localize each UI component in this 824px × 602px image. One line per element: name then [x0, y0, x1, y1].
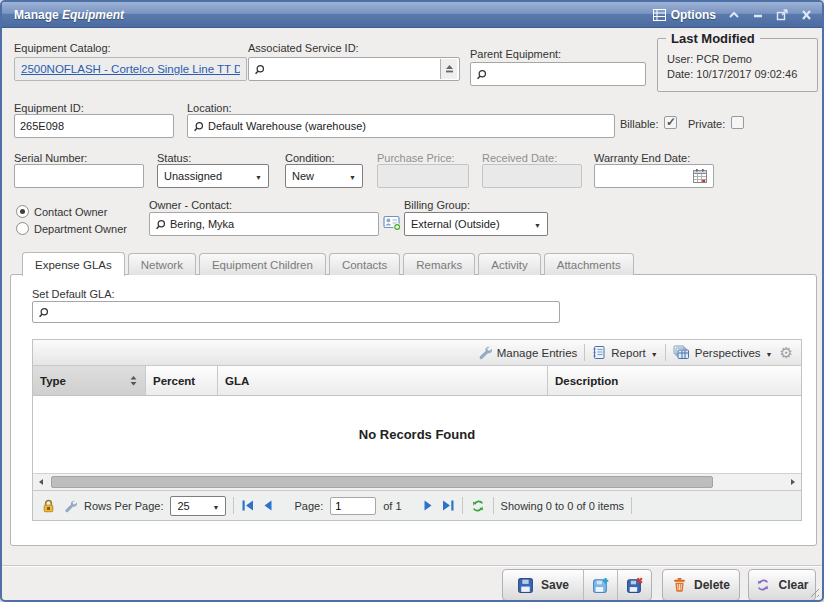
- toolbar-separator: [584, 344, 585, 361]
- save-button[interactable]: Save: [503, 570, 583, 600]
- window-title-emphasis: Equipment: [62, 8, 124, 22]
- equipment-id-input[interactable]: [20, 120, 168, 132]
- previous-page-icon[interactable]: [262, 499, 273, 512]
- equipment-id-label: Equipment ID:: [14, 102, 84, 114]
- condition-value: New: [292, 170, 314, 182]
- tab-attachments[interactable]: Attachments: [544, 253, 634, 275]
- serial-number-input[interactable]: [20, 170, 138, 182]
- title-bar: Manage Equipment Options: [2, 2, 822, 28]
- pager-separator: [462, 497, 463, 514]
- tab-expense-glas[interactable]: Expense GLAs: [22, 252, 125, 276]
- associated-service-id-input[interactable]: [269, 63, 436, 75]
- close-icon[interactable]: [801, 10, 812, 20]
- parent-equipment-input[interactable]: [491, 68, 640, 80]
- pager-separator: [493, 497, 494, 514]
- billable-checkbox[interactable]: [664, 116, 677, 129]
- status-select[interactable]: Unassigned: [157, 164, 269, 188]
- chevron-down-icon: [651, 347, 658, 359]
- equipment-id-field: [14, 114, 174, 138]
- tab-activity[interactable]: Activity: [478, 253, 540, 275]
- column-header-description[interactable]: Description: [548, 366, 801, 395]
- rows-per-page-select[interactable]: 25: [170, 496, 226, 516]
- page-input[interactable]: [330, 497, 376, 515]
- private-checkbox[interactable]: [731, 116, 744, 129]
- floppy-icon: [517, 577, 534, 594]
- associated-service-id-label: Associated Service ID:: [248, 42, 359, 54]
- associated-service-id-field: [248, 57, 460, 81]
- equipment-catalog-label: Equipment Catalog:: [14, 42, 111, 54]
- received-date-label: Received Date:: [482, 152, 557, 164]
- column-header-type[interactable]: Type: [33, 366, 146, 395]
- delete-button[interactable]: Delete: [662, 569, 740, 601]
- pager-separator: [233, 497, 234, 514]
- clear-arrows-icon: [755, 578, 771, 592]
- perspectives-icon: [673, 345, 690, 360]
- search-icon: [193, 121, 204, 132]
- floppy-x-icon: [626, 577, 643, 594]
- chevron-down-icon: [766, 347, 773, 359]
- report-button[interactable]: Report: [592, 345, 657, 360]
- private-label: Private:: [688, 118, 725, 130]
- pager-separator: [631, 497, 632, 514]
- last-modified-date: Date: 10/17/2017 09:02:46: [667, 68, 817, 80]
- page-of-label: of 1: [383, 500, 401, 512]
- chevron-down-icon: [213, 500, 220, 512]
- settings-gear-icon[interactable]: ⚙: [780, 345, 793, 360]
- scrollbar-thumb[interactable]: [51, 476, 713, 488]
- warranty-end-date-input[interactable]: [600, 170, 688, 182]
- location-input[interactable]: [208, 120, 609, 132]
- floppy-plus-icon: [592, 577, 609, 594]
- set-default-gla-input[interactable]: [53, 306, 554, 318]
- manage-entries-button[interactable]: Manage Entries: [477, 345, 578, 360]
- sort-icon[interactable]: [129, 375, 138, 387]
- collapse-icon[interactable]: [728, 10, 740, 20]
- billing-group-label: Billing Group:: [404, 199, 470, 211]
- scroll-left-icon[interactable]: [33, 474, 49, 490]
- calendar-icon[interactable]: [692, 168, 708, 184]
- purchase-price-input: [383, 170, 463, 182]
- contact-owner-radio[interactable]: [16, 205, 29, 218]
- last-page-icon[interactable]: [441, 499, 455, 512]
- equipment-catalog-link[interactable]: 2500NOFLASH - Cortelco Single Line TT D.…: [21, 63, 240, 75]
- horizontal-scrollbar[interactable]: [33, 473, 801, 490]
- purchase-price-label: Purchase Price:: [377, 152, 455, 164]
- column-header-gla[interactable]: GLA: [218, 366, 548, 395]
- wrench-icon[interactable]: [63, 499, 77, 513]
- popout-icon[interactable]: [776, 9, 789, 21]
- save-and-close-button[interactable]: [617, 570, 651, 600]
- minimize-icon[interactable]: [752, 10, 764, 20]
- department-owner-radio[interactable]: [16, 222, 29, 235]
- last-modified-legend: Last Modified: [666, 31, 760, 46]
- showing-items-text: Showing 0 to 0 of 0 items: [501, 500, 625, 512]
- column-header-percent[interactable]: Percent: [146, 366, 218, 395]
- billing-group-select[interactable]: External (Outside): [404, 212, 548, 236]
- clear-button[interactable]: Clear: [748, 569, 816, 601]
- save-and-add-button[interactable]: [583, 570, 617, 600]
- tab-equipment-children[interactable]: Equipment Children: [199, 253, 326, 275]
- scroll-right-icon[interactable]: [785, 474, 801, 490]
- first-page-icon[interactable]: [241, 499, 255, 512]
- add-contact-icon[interactable]: [383, 214, 402, 232]
- lock-icon[interactable]: [41, 498, 56, 514]
- tab-contacts[interactable]: Contacts: [329, 253, 400, 275]
- billable-label: Billable:: [620, 118, 659, 130]
- condition-select[interactable]: New: [285, 164, 363, 188]
- status-value: Unassigned: [164, 170, 222, 182]
- tab-remarks[interactable]: Remarks: [403, 253, 475, 275]
- chevron-down-icon: [534, 218, 541, 230]
- received-date-field: [482, 164, 582, 188]
- save-button-group: Save: [502, 569, 652, 601]
- refresh-icon[interactable]: [470, 499, 486, 513]
- owner-contact-input[interactable]: [170, 218, 373, 230]
- next-page-icon[interactable]: [423, 499, 434, 512]
- options-button[interactable]: Options: [653, 8, 716, 22]
- search-icon: [155, 219, 166, 230]
- perspectives-button[interactable]: Perspectives: [673, 345, 773, 360]
- grid-toolbar: Manage Entries Report Perspectives ⚙: [33, 340, 801, 366]
- serial-number-field: [14, 164, 144, 188]
- tab-network[interactable]: Network: [128, 253, 196, 275]
- pagination-bar: Rows Per Page: 25 Page: of 1: [33, 490, 801, 520]
- warranty-end-date-label: Warranty End Date:: [594, 152, 690, 164]
- billing-group-value: External (Outside): [411, 218, 500, 230]
- service-picker-icon[interactable]: [440, 59, 457, 79]
